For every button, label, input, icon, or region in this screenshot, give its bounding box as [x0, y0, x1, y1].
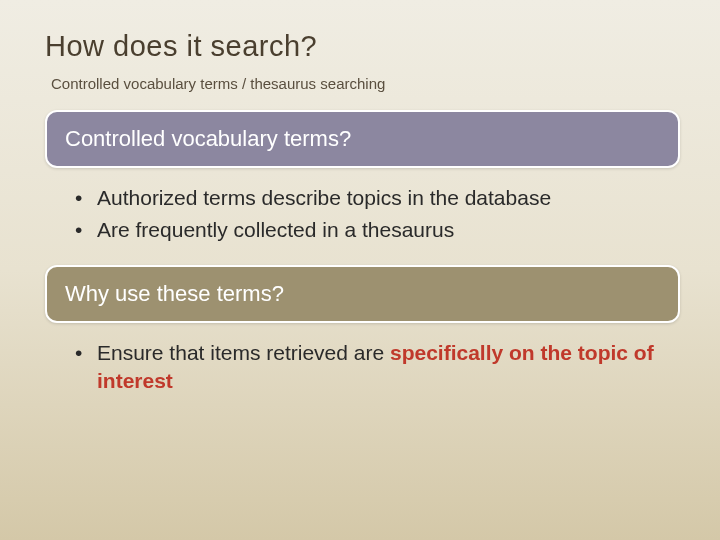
slide-container: How does it search? Controlled vocabular…	[0, 0, 720, 435]
section-header-1: Controlled vocabulary terms?	[45, 110, 680, 168]
slide-title: How does it search?	[45, 30, 680, 63]
list-item: Authorized terms describe topics in the …	[75, 184, 680, 212]
bullet-list-2: Ensure that items retrieved are specific…	[45, 333, 680, 416]
section-header-2: Why use these terms?	[45, 265, 680, 323]
list-item: Are frequently collected in a thesaurus	[75, 216, 680, 244]
bullet-text-prefix: Ensure that items retrieved are	[97, 341, 390, 364]
slide-subtitle: Controlled vocabulary terms / thesaurus …	[51, 75, 680, 92]
bullet-list-1: Authorized terms describe topics in the …	[45, 178, 680, 265]
list-item: Ensure that items retrieved are specific…	[75, 339, 680, 396]
